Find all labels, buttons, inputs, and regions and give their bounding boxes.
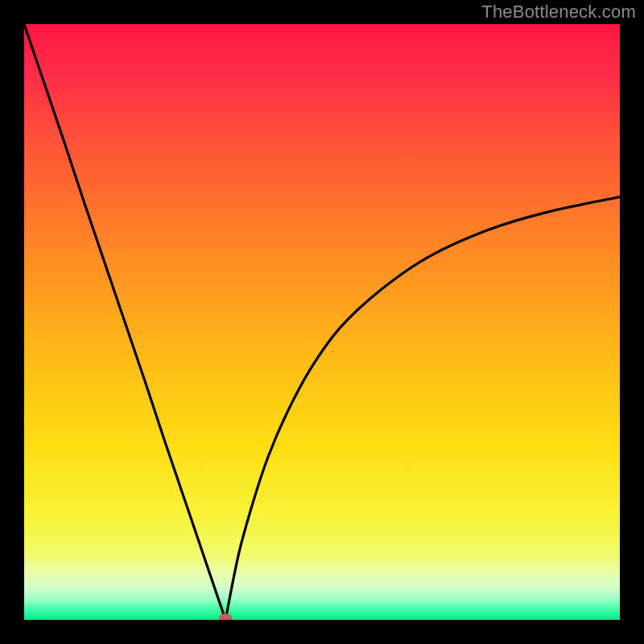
attribution-watermark: TheBottleneck.com — [481, 2, 636, 23]
chart-frame: TheBottleneck.com — [0, 0, 644, 644]
chart-svg — [24, 24, 620, 620]
plot-area — [24, 24, 620, 620]
gradient-background — [24, 24, 620, 620]
